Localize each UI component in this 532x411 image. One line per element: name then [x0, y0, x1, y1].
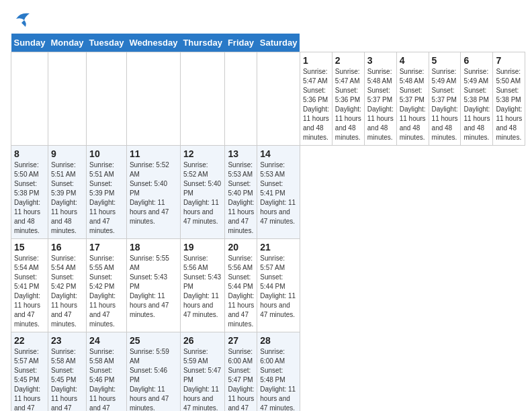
empty-day-cell — [11, 52, 48, 146]
day-cell: 19 Sunrise: 5:56 AM Sunset: 5:43 PM Dayl… — [180, 239, 225, 332]
sunset-text: Sunset: 5:40 PM — [228, 180, 253, 197]
sunset-text: Sunset: 5:47 PM — [228, 367, 253, 383]
sunset-text: Sunset: 5:44 PM — [260, 273, 285, 290]
day-number: 24 — [89, 335, 124, 346]
daylight-text: Daylight: 11 hours and 48 minutes. — [432, 105, 458, 141]
day-cell: 12 Sunrise: 5:52 AM Sunset: 5:40 PM Dayl… — [180, 146, 225, 239]
day-number: 2 — [335, 55, 361, 66]
sunset-text: Sunset: 5:39 PM — [51, 180, 76, 197]
sunrise-text: Sunrise: 5:48 AM — [367, 68, 392, 85]
calendar-week-row: 1 Sunrise: 5:47 AM Sunset: 5:36 PM Dayli… — [11, 52, 525, 146]
daylight-text: Daylight: 11 hours and 47 minutes. — [260, 199, 296, 225]
day-detail: Sunrise: 6:00 AM Sunset: 5:47 PM Dayligh… — [228, 347, 254, 411]
sunrise-text: Sunrise: 5:48 AM — [400, 68, 425, 85]
sunset-text: Sunset: 5:45 PM — [51, 367, 76, 383]
sunrise-text: Sunrise: 5:58 AM — [89, 348, 114, 365]
sunset-text: Sunset: 5:41 PM — [260, 180, 285, 197]
sunset-text: Sunset: 5:46 PM — [89, 367, 114, 383]
day-number: 21 — [260, 242, 297, 253]
day-detail: Sunrise: 5:57 AM Sunset: 5:45 PM Dayligh… — [14, 347, 45, 411]
day-cell: 5 Sunrise: 5:49 AM Sunset: 5:37 PM Dayli… — [429, 52, 461, 146]
day-of-week-header: Wednesday — [126, 34, 180, 52]
daylight-text: Daylight: 11 hours and 48 minutes. — [367, 105, 394, 141]
sunrise-text: Sunrise: 5:54 AM — [14, 255, 39, 271]
daylight-text: Daylight: 11 hours and 47 minutes. — [89, 385, 116, 411]
daylight-text: Daylight: 11 hours and 47 minutes. — [183, 292, 219, 318]
day-number: 17 — [89, 242, 124, 253]
day-of-week-header: Friday — [225, 34, 257, 52]
day-cell: 9 Sunrise: 5:51 AM Sunset: 5:39 PM Dayli… — [48, 146, 86, 239]
page-header — [11, 11, 521, 26]
day-number: 12 — [183, 148, 222, 159]
sunrise-text: Sunrise: 5:58 AM — [51, 348, 76, 365]
day-cell: 18 Sunrise: 5:55 AM Sunset: 5:43 PM Dayl… — [126, 239, 180, 332]
sunrise-text: Sunrise: 5:49 AM — [463, 68, 488, 85]
days-header-row: SundayMondayTuesdayWednesdayThursdayFrid… — [11, 34, 525, 52]
sunset-text: Sunset: 5:47 PM — [183, 367, 221, 383]
day-cell: 17 Sunrise: 5:55 AM Sunset: 5:42 PM Dayl… — [87, 239, 127, 332]
day-number: 6 — [463, 55, 490, 66]
day-cell: 25 Sunrise: 5:59 AM Sunset: 5:46 PM Dayl… — [126, 332, 180, 412]
day-cell: 2 Sunrise: 5:47 AM Sunset: 5:36 PM Dayli… — [332, 52, 364, 146]
day-cell: 15 Sunrise: 5:54 AM Sunset: 5:41 PM Dayl… — [11, 239, 48, 332]
daylight-text: Daylight: 11 hours and 47 minutes. — [228, 199, 254, 234]
sunrise-text: Sunrise: 5:50 AM — [14, 161, 39, 178]
sunset-text: Sunset: 5:40 PM — [183, 180, 221, 197]
sunset-text: Sunset: 5:38 PM — [463, 87, 488, 103]
day-cell: 22 Sunrise: 5:57 AM Sunset: 5:45 PM Dayl… — [11, 332, 48, 412]
sunrise-text: Sunrise: 5:51 AM — [89, 161, 114, 178]
sunrise-text: Sunrise: 5:56 AM — [228, 255, 253, 271]
day-number: 1 — [303, 55, 329, 66]
daylight-text: Daylight: 11 hours and 47 minutes. — [130, 385, 169, 411]
daylight-text: Daylight: 11 hours and 47 minutes. — [14, 385, 40, 411]
day-detail: Sunrise: 5:51 AM Sunset: 5:39 PM Dayligh… — [51, 161, 83, 236]
day-number: 14 — [260, 148, 297, 159]
sunset-text: Sunset: 5:37 PM — [432, 87, 457, 103]
calendar-week-row: 15 Sunrise: 5:54 AM Sunset: 5:41 PM Dayl… — [11, 239, 525, 332]
sunset-text: Sunset: 5:38 PM — [496, 87, 521, 103]
sunset-text: Sunset: 5:37 PM — [367, 87, 392, 103]
day-cell: 11 Sunrise: 5:52 AM Sunset: 5:40 PM Dayl… — [126, 146, 180, 239]
sunrise-text: Sunrise: 5:53 AM — [228, 161, 253, 178]
day-cell: 14 Sunrise: 5:53 AM Sunset: 5:41 PM Dayl… — [257, 146, 300, 239]
logo — [11, 11, 31, 26]
day-number: 22 — [14, 335, 45, 346]
empty-day-cell — [257, 52, 300, 146]
daylight-text: Daylight: 11 hours and 47 minutes. — [89, 292, 116, 328]
sunrise-text: Sunrise: 5:57 AM — [260, 255, 285, 271]
daylight-text: Daylight: 11 hours and 48 minutes. — [335, 105, 361, 141]
day-cell: 6 Sunrise: 5:49 AM Sunset: 5:38 PM Dayli… — [461, 52, 493, 146]
daylight-text: Daylight: 11 hours and 47 minutes. — [228, 385, 254, 411]
day-detail: Sunrise: 6:00 AM Sunset: 5:48 PM Dayligh… — [260, 347, 297, 411]
daylight-text: Daylight: 11 hours and 47 minutes. — [130, 199, 169, 225]
day-detail: Sunrise: 5:56 AM Sunset: 5:44 PM Dayligh… — [228, 254, 254, 329]
day-detail: Sunrise: 5:55 AM Sunset: 5:43 PM Dayligh… — [130, 254, 177, 320]
sunset-text: Sunset: 5:38 PM — [14, 180, 39, 197]
daylight-text: Daylight: 11 hours and 48 minutes. — [303, 105, 329, 141]
calendar-table: SundayMondayTuesdayWednesdayThursdayFrid… — [11, 34, 525, 411]
daylight-text: Daylight: 11 hours and 47 minutes. — [51, 292, 77, 328]
daylight-text: Daylight: 11 hours and 47 minutes. — [130, 292, 169, 318]
day-detail: Sunrise: 5:58 AM Sunset: 5:45 PM Dayligh… — [51, 347, 83, 411]
daylight-text: Daylight: 11 hours and 48 minutes. — [400, 105, 426, 141]
sunrise-text: Sunrise: 5:49 AM — [432, 68, 457, 85]
day-cell: 21 Sunrise: 5:57 AM Sunset: 5:44 PM Dayl… — [257, 239, 300, 332]
calendar-week-row: 8 Sunrise: 5:50 AM Sunset: 5:38 PM Dayli… — [11, 146, 525, 239]
day-detail: Sunrise: 5:55 AM Sunset: 5:42 PM Dayligh… — [89, 254, 124, 329]
daylight-text: Daylight: 11 hours and 47 minutes. — [51, 385, 77, 411]
sunrise-text: Sunrise: 5:52 AM — [183, 161, 208, 178]
day-number: 9 — [51, 148, 83, 159]
day-detail: Sunrise: 5:48 AM Sunset: 5:37 PM Dayligh… — [367, 67, 394, 142]
sunrise-text: Sunrise: 6:00 AM — [228, 348, 253, 365]
day-detail: Sunrise: 5:50 AM Sunset: 5:38 PM Dayligh… — [14, 161, 45, 236]
day-number: 28 — [260, 335, 297, 346]
day-of-week-header: Sunday — [11, 34, 48, 52]
day-of-week-header: Monday — [48, 34, 86, 52]
day-cell: 1 Sunrise: 5:47 AM Sunset: 5:36 PM Dayli… — [300, 52, 332, 146]
sunrise-text: Sunrise: 5:59 AM — [130, 348, 169, 365]
sunrise-text: Sunrise: 5:56 AM — [183, 255, 208, 271]
sunset-text: Sunset: 5:37 PM — [400, 87, 425, 103]
day-detail: Sunrise: 5:52 AM Sunset: 5:40 PM Dayligh… — [183, 161, 222, 226]
sunset-text: Sunset: 5:42 PM — [89, 273, 114, 290]
sunset-text: Sunset: 5:42 PM — [51, 273, 76, 290]
